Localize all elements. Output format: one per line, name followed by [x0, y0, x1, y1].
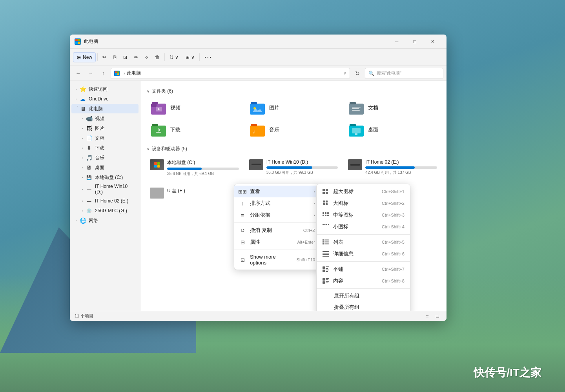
drive-icon-c [150, 159, 164, 170]
sidebar-item-onedrive[interactable]: › ☁ OneDrive [71, 94, 139, 104]
view-item-small[interactable]: 小图标 Ctrl+Shift+4 [317, 221, 410, 233]
address-path[interactable]: › 此电脑 ∨ [111, 68, 350, 79]
sidebar-item-videos[interactable]: › 📹 视频 [71, 114, 139, 123]
context-icon-undo: ↺ [239, 227, 246, 234]
sidebar-icon-drive-c: 💾 [86, 174, 93, 181]
sidebar-item-music[interactable]: › 🎵 音乐 [71, 153, 139, 162]
paste-button[interactable]: ⊡ [120, 53, 130, 62]
context-item-group[interactable]: ≡ 分组依据 › [234, 209, 320, 221]
drive-item-d[interactable]: IT Home Win10 (D:) 36.0 GB 可用，共 99.3 GB [246, 156, 341, 180]
copy-icon: ⎘ [113, 55, 116, 60]
folder-icon-videos [151, 101, 166, 115]
view-item-large[interactable]: 大图标 Ctrl+Shift+2 [317, 197, 410, 209]
sidebar-item-drive-e[interactable]: › — IT Home 02 (E:) [71, 196, 139, 206]
up-button[interactable]: ↑ [98, 68, 108, 78]
svg-text:♪: ♪ [252, 128, 255, 135]
folder-icon-music: ♪ [250, 123, 265, 137]
view-item-list[interactable]: 列表 Ctrl+Shift+5 [317, 236, 410, 248]
cut-button[interactable]: ✂ [99, 53, 109, 62]
view-label-collapse-all: 折叠所有组 [334, 304, 359, 311]
context-item-undo[interactable]: ↺ 撤消 复制 Ctrl+Z [234, 224, 320, 236]
sidebar-item-pictures[interactable]: › 🖼 图片 [71, 124, 139, 133]
svg-rect-58 [326, 271, 328, 272]
view-item-expand-all[interactable]: 展开所有组 [317, 290, 410, 302]
sidebar-item-documents[interactable]: › 📄 文档 [71, 133, 139, 143]
sidebar-item-this-pc[interactable]: › 🖥 此电脑 [71, 104, 139, 113]
view-item-content[interactable]: 内容 Ctrl+Shift+8 [317, 275, 410, 287]
folder-label-videos: 视频 [170, 104, 180, 111]
sidebar-label-pictures: 图片 [95, 125, 104, 132]
svg-rect-42 [328, 224, 329, 225]
sidebar-item-quick-access[interactable]: › ⭐ 快速访问 [71, 84, 139, 94]
svg-rect-45 [323, 241, 324, 242]
drive-item-e[interactable]: IT Home 02 (E:) 42.4 GB 可用，共 137 GB [345, 156, 440, 180]
new-button[interactable]: ⊕ New [73, 52, 96, 62]
sidebar-expand-music: › [79, 155, 86, 161]
status-grid-view-button[interactable]: □ [433, 312, 442, 321]
new-label: New [83, 55, 92, 60]
rename-button[interactable]: ✏ [131, 53, 141, 62]
toolbar-separator-1 [97, 53, 98, 61]
folder-item-videos[interactable]: 视频 [147, 98, 242, 117]
sort-button[interactable]: ⇅ ∨ [166, 53, 182, 62]
sidebar-item-downloads[interactable]: › ⬇ 下载 [71, 143, 139, 153]
minimize-button[interactable]: ─ [388, 35, 406, 49]
search-box[interactable]: 🔍 搜索"此电脑" [365, 68, 443, 79]
folder-item-music[interactable]: ♪ 音乐 [246, 120, 341, 139]
view-shortcut-list: Ctrl+Shift+5 [382, 240, 405, 244]
drive-item-f[interactable]: U 盘 (F:) [147, 184, 242, 207]
sidebar-expand-this-pc: › [73, 106, 79, 112]
drive-info-f: U 盘 (F:) [167, 188, 239, 196]
view-item-details[interactable]: 详细信息 Ctrl+Shift+6 [317, 248, 410, 260]
context-item-sort[interactable]: ↕ 排序方式 › [234, 197, 320, 209]
back-button[interactable]: ← [73, 68, 83, 78]
share-button[interactable]: ⎆ [142, 53, 151, 62]
svg-rect-56 [323, 270, 325, 272]
view-item-medium[interactable]: 中等图标 Ctrl+Shift+3 [317, 209, 410, 221]
delete-button[interactable]: 🗑 [152, 53, 163, 62]
view-item-tiles[interactable]: 平铺 Ctrl+Shift+7 [317, 263, 410, 275]
context-item-view[interactable]: ⊞⊞ 查看 › [234, 186, 320, 197]
view-icon-large [322, 200, 329, 207]
svg-rect-22 [350, 124, 356, 126]
context-item-properties[interactable]: ⊟ 属性 Alt+Enter [234, 236, 320, 248]
context-arrow-group: › [313, 213, 315, 217]
sidebar-expand-desktop: › [79, 164, 86, 171]
drive-icon-d [249, 159, 263, 170]
drive-space-d: 36.0 GB 可用，共 99.3 GB [266, 170, 338, 175]
folder-item-documents[interactable]: 文档 [344, 98, 440, 117]
sidebar-icon-downloads: ⬇ [86, 144, 93, 151]
refresh-button[interactable]: ↻ [352, 68, 363, 78]
toolbar-separator-3 [199, 53, 200, 61]
context-item-more-options[interactable]: ⊡ Show more options Shift+F10 [234, 252, 320, 268]
svg-rect-57 [326, 270, 329, 270]
close-button[interactable]: ✕ [424, 35, 442, 49]
sidebar-label-this-pc: 此电脑 [89, 106, 103, 112]
context-menu: ⊞⊞ 查看 › ↕ 排序方式 › ≡ 分组依据 › ↺ 撤消 复制 [234, 184, 320, 270]
folder-label-music: 音乐 [269, 126, 279, 133]
forward-button[interactable]: → [86, 68, 96, 78]
folder-icon-desktop [348, 123, 364, 137]
sidebar-item-drive-g[interactable]: › 💿 256G MLC (G:) [71, 206, 139, 215]
context-arrow-sort: › [313, 201, 315, 206]
view-button[interactable]: ⊞ ∨ [182, 53, 198, 62]
sidebar-item-drive-c[interactable]: › 💾 本地磁盘 (C:) [71, 173, 139, 182]
drive-item-c[interactable]: 本地磁盘 (C:) 35.6 GB 可用，共 69.1 GB [147, 156, 242, 180]
content-area: › ⭐ 快速访问 › ☁ OneDrive › 🖥 此电脑 › 📹 视频 [70, 81, 447, 311]
status-list-view-button[interactable]: ≡ [423, 312, 432, 321]
svg-rect-47 [323, 243, 324, 244]
folder-item-downloads[interactable]: 下载 [147, 120, 242, 139]
svg-rect-10 [350, 102, 356, 104]
sidebar-item-desktop[interactable]: › 🖥 桌面 [71, 163, 139, 172]
maximize-button[interactable]: □ [406, 35, 424, 49]
view-item-extra-large[interactable]: 超大图标 Ctrl+Shift+1 [317, 186, 410, 197]
path-dropdown[interactable]: ∨ [343, 71, 346, 76]
sidebar-item-network[interactable]: › 🌐 网络 [71, 216, 139, 225]
view-item-collapse-all[interactable]: 折叠所有组 [317, 302, 410, 311]
drive-space-e: 42.4 GB 可用，共 137 GB [365, 170, 437, 175]
folder-item-desktop[interactable]: 桌面 [344, 120, 440, 139]
folder-item-pictures[interactable]: 图片 [246, 98, 341, 117]
sidebar-item-drive-d[interactable]: › — IT Home Win10 (D:) [71, 182, 139, 196]
copy-button[interactable]: ⎘ [110, 53, 119, 62]
more-button[interactable]: ··· [201, 52, 215, 62]
